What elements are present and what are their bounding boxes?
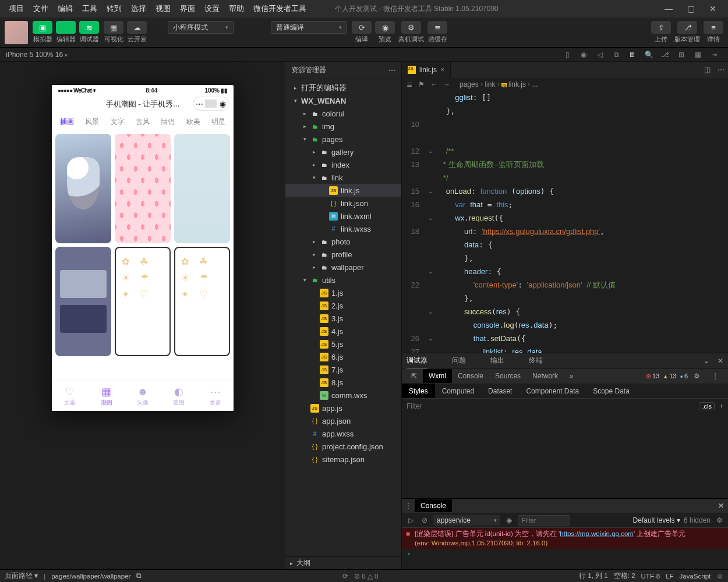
indent[interactable]: 空格: 2 — [614, 572, 635, 580]
menu-item[interactable]: 项目 — [5, 1, 28, 16]
menu-item[interactable]: 视图 — [151, 1, 175, 16]
menu-item[interactable]: 转到 — [103, 1, 126, 16]
copy-icon[interactable]: ⧉ — [608, 51, 624, 59]
console-output[interactable]: [渲染层错误] 广告单元 id(unit-id) 为空，请先在 'https:/… — [402, 528, 728, 569]
toolbar-button[interactable]: ☁云开发 — [127, 21, 147, 44]
eol[interactable]: LF — [666, 573, 673, 580]
tree-node[interactable]: JS3.js — [285, 312, 401, 325]
styles-subtab[interactable]: Styles — [402, 384, 435, 398]
toolbar-button[interactable]: ◉预览 — [375, 21, 395, 44]
styles-subtab[interactable]: Component Data — [519, 384, 586, 398]
eye-icon[interactable]: ◉ — [504, 516, 514, 524]
tree-node[interactable]: JSapp.js — [285, 402, 401, 414]
back-icon[interactable]: ← — [430, 80, 437, 88]
devtools-tab[interactable]: Wxml — [423, 369, 452, 383]
category-tab[interactable]: 明星 — [206, 113, 231, 130]
forward-icon[interactable]: → — [443, 80, 450, 88]
toolbar-button[interactable]: ⟳编译 — [352, 21, 372, 44]
tree-node[interactable]: #link.wxss — [285, 222, 401, 235]
record-icon[interactable]: ◉ — [575, 51, 592, 59]
copy-path-icon[interactable]: ⧉ — [136, 572, 142, 580]
cls-toggle[interactable]: .cls — [699, 402, 715, 410]
ext3-icon[interactable]: ⇥ — [706, 51, 722, 59]
split-icon[interactable]: ◫ — [700, 62, 714, 78]
encoding[interactable]: UTF-8 — [641, 573, 660, 580]
more-icon[interactable]: ⋯ — [388, 66, 395, 74]
tree-node[interactable]: ▸🖿gallery — [285, 146, 401, 158]
toolbar-button[interactable]: 编辑器 — [56, 21, 76, 44]
devtools-tab[interactable]: Sources — [489, 372, 526, 380]
toolbar-button[interactable]: ⇪上传 — [651, 21, 671, 44]
wallpaper-item[interactable] — [115, 134, 171, 243]
collapse-icon[interactable]: ⌄ — [704, 357, 709, 365]
problems[interactable]: ⊘ 0 △ 0 — [354, 572, 378, 580]
add-rule-icon[interactable]: + — [719, 402, 723, 410]
devtools-header-tab[interactable]: 调试器 — [407, 356, 427, 369]
category-tab[interactable]: 情侣 — [156, 113, 181, 130]
ext2-icon[interactable]: ▦ — [690, 51, 706, 59]
capsule[interactable]: ⋯◉ — [193, 97, 229, 111]
maximize-button[interactable]: ▢ — [680, 4, 701, 13]
wallpaper-item[interactable] — [174, 134, 230, 243]
tree-node[interactable]: ▸🖿index — [285, 158, 401, 171]
more-icon[interactable]: ⋯ — [714, 62, 728, 78]
menu-item[interactable]: 设置 — [200, 1, 224, 16]
outline-section[interactable]: ▸大纲 — [285, 556, 401, 569]
avatar[interactable] — [5, 21, 28, 44]
cursor-loc[interactable]: 行 1, 列 1 — [579, 572, 608, 580]
category-tab[interactable]: 插画 — [54, 113, 79, 130]
tabbar-item[interactable]: ◐套图 — [161, 381, 197, 411]
tree-node[interactable]: ▾WX_WENAN — [285, 94, 401, 107]
tree-node[interactable]: JS4.js — [285, 325, 401, 338]
language[interactable]: JavaScript — [680, 573, 711, 580]
settings-icon[interactable]: ⚙ — [688, 372, 706, 380]
menu-item[interactable]: 工具 — [78, 1, 101, 16]
levels-select[interactable]: Default levels ▾ — [633, 516, 680, 524]
toolbar-button[interactable]: ≡详情 — [704, 21, 723, 44]
close-tab-icon[interactable]: × — [440, 66, 444, 74]
files-icon[interactable]: 🗎 — [624, 51, 641, 59]
close-button[interactable]: ✕ — [702, 4, 723, 13]
refresh-icon[interactable]: ⟳ — [342, 572, 348, 580]
mode-select[interactable]: 小程序模式 — [168, 21, 234, 34]
wallpaper-item[interactable] — [115, 247, 171, 356]
device-select[interactable]: iPhone 5 100% 16 ▾ — [6, 51, 68, 59]
tree-node[interactable]: Wcomm.wxs — [285, 389, 401, 402]
tree-node[interactable]: ▸打开的编辑器 — [285, 81, 401, 94]
menu-item[interactable]: 微信开发者工具 — [249, 1, 310, 16]
tree-node[interactable]: ▾🖿utils — [285, 274, 401, 286]
toolbar-button[interactable]: ≣清缓存 — [427, 21, 447, 44]
tree-node[interactable]: JS7.js — [285, 363, 401, 376]
tree-node[interactable]: JS2.js — [285, 299, 401, 312]
menu-item[interactable]: 选择 — [127, 1, 150, 16]
styles-subtab[interactable]: Dataset — [481, 384, 519, 398]
toolbar-button[interactable]: ▣模拟器 — [33, 21, 52, 44]
feedback-icon[interactable]: ☺ — [716, 573, 723, 580]
menu-item[interactable]: 界面 — [176, 1, 199, 16]
collapse-console-icon[interactable]: ⋮ — [402, 502, 415, 510]
tree-node[interactable]: JS5.js — [285, 338, 401, 350]
devtools-header-tab[interactable]: 输出 — [490, 356, 504, 365]
play-icon[interactable]: ▷ — [405, 516, 416, 524]
devtools-tab[interactable]: Console — [452, 372, 489, 380]
category-tab[interactable]: 风景 — [79, 113, 104, 130]
menu-item[interactable]: 编辑 — [54, 1, 77, 16]
tree-node[interactable]: { }link.json — [285, 197, 401, 210]
tabbar-item[interactable]: ☻头像 — [125, 381, 161, 411]
editor-tab[interactable]: JS link.js × — [402, 62, 451, 78]
tree-node[interactable]: ▸🖿photo — [285, 235, 401, 248]
console-filter[interactable] — [518, 515, 570, 526]
toolbar-button[interactable]: ▦可视化 — [104, 21, 123, 44]
clear-icon[interactable]: ⊘ — [419, 516, 430, 524]
console-tab[interactable]: Console — [415, 499, 452, 512]
inspect-icon[interactable]: ⇱ — [405, 372, 423, 380]
tabbar-item[interactable]: ▦潮图 — [88, 381, 124, 411]
tree-node[interactable]: #app.wxss — [285, 427, 401, 440]
category-tab[interactable]: 文字 — [105, 113, 130, 130]
phone-icon[interactable]: ▯ — [559, 51, 575, 59]
tree-node[interactable]: { }sitemap.json — [285, 453, 401, 466]
toolbar-button[interactable]: ⎇版本管理 — [674, 21, 700, 44]
tree-node[interactable]: ▸🖿img — [285, 120, 401, 133]
menu-item[interactable]: 文件 — [29, 1, 52, 16]
phone-frame[interactable]: ●●●●● WeChat ᯤ 8:44 100% ▮▮ 手机潮图 - 让手机秀.… — [52, 85, 234, 411]
